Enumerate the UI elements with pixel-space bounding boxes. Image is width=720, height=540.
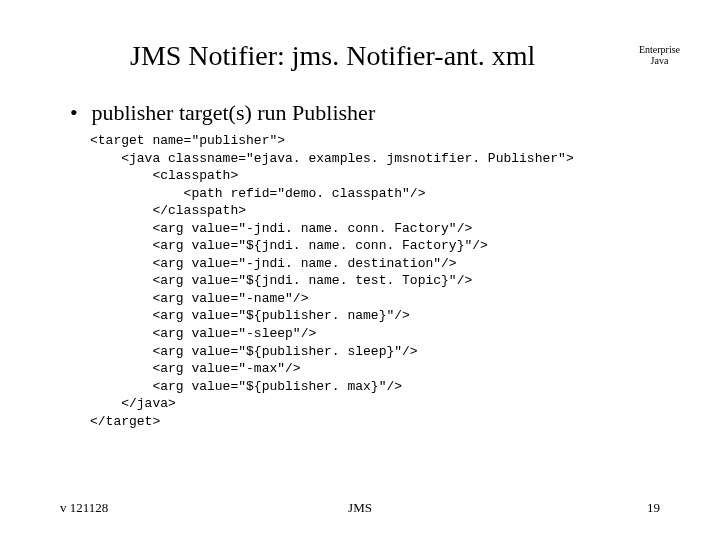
code-block: <target name="publisher"> <java classnam… [60,132,660,430]
footer-page: 19 [647,500,660,516]
code-line: <arg value="-jndi. name. conn. Factory"/… [90,221,472,236]
code-line: <arg value="-sleep"/> [90,326,316,341]
bullet-text: publisher target(s) run Publisher [92,100,376,125]
code-line: </java> [90,396,176,411]
code-line: <arg value="${publisher. max}"/> [90,379,402,394]
code-line: <arg value="-jndi. name. destination"/> [90,256,457,271]
code-line: <java classname="ejava. examples. jmsnot… [90,151,574,166]
footer: v 121128 JMS 19 [60,500,660,516]
footer-center: JMS [348,500,372,516]
code-line: <classpath> [90,168,238,183]
header-row: JMS Notifier: jms. Notifier-ant. xml Ent… [60,40,660,72]
slide: JMS Notifier: jms. Notifier-ant. xml Ent… [0,0,720,540]
corner-label: Enterprise Java [639,44,680,66]
code-line: </classpath> [90,203,246,218]
code-line: </target> [90,414,160,429]
code-line: <arg value="${publisher. sleep}"/> [90,344,418,359]
slide-title: JMS Notifier: jms. Notifier-ant. xml [60,40,535,72]
corner-line-2: Java [639,55,680,66]
code-line: <arg value="${jndi. name. conn. Factory}… [90,238,488,253]
code-line: <arg value="${jndi. name. test. Topic}"/… [90,273,472,288]
corner-line-1: Enterprise [639,44,680,55]
code-line: <arg value="${publisher. name}"/> [90,308,410,323]
code-line: <arg value="-max"/> [90,361,301,376]
code-line: <arg value="-name"/> [90,291,308,306]
footer-version: v 121128 [60,500,108,516]
code-line: <path refid="demo. classpath"/> [90,186,425,201]
code-line: <target name="publisher"> [90,133,285,148]
bullet-marker: • [70,100,86,126]
bullet-item: • publisher target(s) run Publisher [60,100,660,126]
